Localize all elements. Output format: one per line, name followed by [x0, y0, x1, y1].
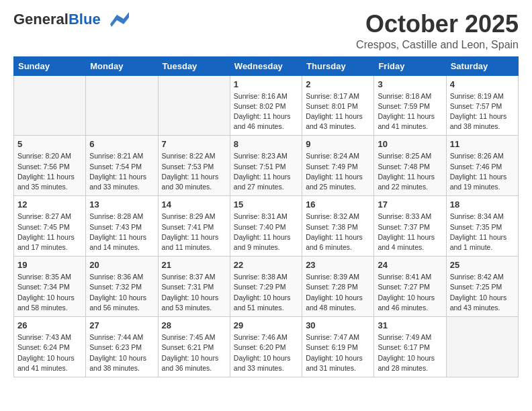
day-info: Sunrise: 8:33 AM Sunset: 7:37 PM Dayligh… — [378, 212, 442, 253]
calendar-cell: 14Sunrise: 8:29 AM Sunset: 7:41 PM Dayli… — [158, 196, 230, 257]
day-info: Sunrise: 8:18 AM Sunset: 7:59 PM Dayligh… — [378, 91, 442, 132]
calendar-cell: 12Sunrise: 8:27 AM Sunset: 7:45 PM Dayli… — [14, 196, 86, 257]
day-number: 19 — [17, 260, 82, 270]
day-number: 1 — [234, 79, 298, 89]
day-header-tuesday: Tuesday — [158, 56, 230, 75]
day-info: Sunrise: 8:24 AM Sunset: 7:49 PM Dayligh… — [306, 151, 370, 192]
calendar-table: SundayMondayTuesdayWednesdayThursdayFrid… — [13, 56, 519, 377]
logo-icon — [103, 12, 129, 27]
day-header-wednesday: Wednesday — [230, 56, 302, 75]
day-info: Sunrise: 8:38 AM Sunset: 7:29 PM Dayligh… — [234, 272, 298, 313]
calendar-cell: 17Sunrise: 8:33 AM Sunset: 7:37 PM Dayli… — [374, 196, 446, 257]
calendar-cell: 7Sunrise: 8:22 AM Sunset: 7:53 PM Daylig… — [158, 136, 230, 196]
day-info: Sunrise: 8:16 AM Sunset: 8:02 PM Dayligh… — [234, 91, 298, 132]
day-header-friday: Friday — [374, 56, 446, 75]
day-number: 10 — [378, 139, 442, 149]
day-info: Sunrise: 8:31 AM Sunset: 7:40 PM Dayligh… — [234, 212, 298, 253]
day-number: 27 — [89, 320, 154, 330]
day-info: Sunrise: 7:46 AM Sunset: 6:20 PM Dayligh… — [234, 332, 298, 373]
day-number: 15 — [234, 199, 298, 210]
day-info: Sunrise: 8:28 AM Sunset: 7:43 PM Dayligh… — [89, 212, 154, 253]
calendar-cell: 22Sunrise: 8:38 AM Sunset: 7:29 PM Dayli… — [230, 257, 302, 317]
day-number: 21 — [162, 260, 226, 270]
calendar-cell: 9Sunrise: 8:24 AM Sunset: 7:49 PM Daylig… — [302, 136, 374, 196]
calendar-cell: 20Sunrise: 8:36 AM Sunset: 7:32 PM Dayli… — [86, 257, 158, 317]
calendar-cell — [14, 75, 86, 136]
day-info: Sunrise: 8:25 AM Sunset: 7:48 PM Dayligh… — [378, 151, 442, 192]
day-info: Sunrise: 7:43 AM Sunset: 6:24 PM Dayligh… — [17, 332, 82, 373]
month-title: October 2025 — [356, 11, 519, 38]
day-info: Sunrise: 8:36 AM Sunset: 7:32 PM Dayligh… — [89, 272, 154, 313]
calendar-cell: 16Sunrise: 8:32 AM Sunset: 7:38 PM Dayli… — [302, 196, 374, 257]
calendar-cell: 19Sunrise: 8:35 AM Sunset: 7:34 PM Dayli… — [14, 257, 86, 317]
day-number: 2 — [306, 79, 370, 89]
day-info: Sunrise: 8:42 AM Sunset: 7:25 PM Dayligh… — [450, 272, 515, 313]
calendar-cell: 11Sunrise: 8:26 AM Sunset: 7:46 PM Dayli… — [446, 136, 518, 196]
logo: GeneralBlue — [13, 11, 129, 28]
day-number: 24 — [378, 260, 442, 270]
day-info: Sunrise: 8:41 AM Sunset: 7:27 PM Dayligh… — [378, 272, 442, 313]
calendar-cell: 21Sunrise: 8:37 AM Sunset: 7:31 PM Dayli… — [158, 257, 230, 317]
calendar-cell: 29Sunrise: 7:46 AM Sunset: 6:20 PM Dayli… — [230, 317, 302, 377]
day-info: Sunrise: 7:44 AM Sunset: 6:23 PM Dayligh… — [89, 332, 154, 373]
calendar-cell: 25Sunrise: 8:42 AM Sunset: 7:25 PM Dayli… — [446, 257, 518, 317]
day-info: Sunrise: 8:35 AM Sunset: 7:34 PM Dayligh… — [17, 272, 82, 313]
day-info: Sunrise: 7:47 AM Sunset: 6:19 PM Dayligh… — [306, 332, 370, 373]
calendar-cell — [158, 75, 230, 136]
day-info: Sunrise: 8:22 AM Sunset: 7:53 PM Dayligh… — [162, 151, 226, 192]
day-number: 5 — [17, 139, 82, 149]
calendar-cell: 28Sunrise: 7:45 AM Sunset: 6:21 PM Dayli… — [158, 317, 230, 377]
day-info: Sunrise: 7:49 AM Sunset: 6:17 PM Dayligh… — [378, 332, 442, 373]
calendar-cell: 30Sunrise: 7:47 AM Sunset: 6:19 PM Dayli… — [302, 317, 374, 377]
calendar-cell: 26Sunrise: 7:43 AM Sunset: 6:24 PM Dayli… — [14, 317, 86, 377]
day-info: Sunrise: 8:27 AM Sunset: 7:45 PM Dayligh… — [17, 212, 82, 253]
day-number: 25 — [450, 260, 515, 270]
day-number: 12 — [17, 199, 82, 210]
day-number: 29 — [234, 320, 298, 330]
day-info: Sunrise: 7:45 AM Sunset: 6:21 PM Dayligh… — [162, 332, 226, 373]
day-number: 6 — [89, 139, 154, 149]
day-number: 20 — [89, 260, 154, 270]
logo-blue: Blue — [69, 11, 101, 28]
calendar-cell: 5Sunrise: 8:20 AM Sunset: 7:56 PM Daylig… — [14, 136, 86, 196]
day-info: Sunrise: 8:21 AM Sunset: 7:54 PM Dayligh… — [89, 151, 154, 192]
day-info: Sunrise: 8:32 AM Sunset: 7:38 PM Dayligh… — [306, 212, 370, 253]
calendar-cell: 18Sunrise: 8:34 AM Sunset: 7:35 PM Dayli… — [446, 196, 518, 257]
location-title: Crespos, Castille and Leon, Spain — [356, 39, 519, 51]
calendar-cell: 10Sunrise: 8:25 AM Sunset: 7:48 PM Dayli… — [374, 136, 446, 196]
day-number: 26 — [17, 320, 82, 330]
day-number: 23 — [306, 260, 370, 270]
day-number: 8 — [234, 139, 298, 149]
day-number: 4 — [450, 79, 515, 89]
calendar-cell — [446, 317, 518, 377]
day-number: 13 — [89, 199, 154, 210]
calendar-cell: 23Sunrise: 8:39 AM Sunset: 7:28 PM Dayli… — [302, 257, 374, 317]
day-number: 11 — [450, 139, 515, 149]
day-info: Sunrise: 8:39 AM Sunset: 7:28 PM Dayligh… — [306, 272, 370, 313]
day-number: 9 — [306, 139, 370, 149]
day-number: 14 — [162, 199, 226, 210]
calendar-cell: 8Sunrise: 8:23 AM Sunset: 7:51 PM Daylig… — [230, 136, 302, 196]
title-area: October 2025 Crespos, Castille and Leon,… — [356, 11, 519, 51]
day-number: 28 — [162, 320, 226, 330]
day-info: Sunrise: 8:23 AM Sunset: 7:51 PM Dayligh… — [234, 151, 298, 192]
calendar-cell: 13Sunrise: 8:28 AM Sunset: 7:43 PM Dayli… — [86, 196, 158, 257]
day-info: Sunrise: 8:20 AM Sunset: 7:56 PM Dayligh… — [17, 151, 82, 192]
calendar-cell: 3Sunrise: 8:18 AM Sunset: 7:59 PM Daylig… — [374, 75, 446, 136]
calendar-cell: 4Sunrise: 8:19 AM Sunset: 7:57 PM Daylig… — [446, 75, 518, 136]
calendar-cell: 2Sunrise: 8:17 AM Sunset: 8:01 PM Daylig… — [302, 75, 374, 136]
day-info: Sunrise: 8:26 AM Sunset: 7:46 PM Dayligh… — [450, 151, 515, 192]
day-info: Sunrise: 8:29 AM Sunset: 7:41 PM Dayligh… — [162, 212, 226, 253]
day-header-monday: Monday — [86, 56, 158, 75]
day-number: 22 — [234, 260, 298, 270]
day-info: Sunrise: 8:34 AM Sunset: 7:35 PM Dayligh… — [450, 212, 515, 253]
day-number: 31 — [378, 320, 442, 330]
calendar-cell: 31Sunrise: 7:49 AM Sunset: 6:17 PM Dayli… — [374, 317, 446, 377]
calendar-cell: 27Sunrise: 7:44 AM Sunset: 6:23 PM Dayli… — [86, 317, 158, 377]
day-info: Sunrise: 8:19 AM Sunset: 7:57 PM Dayligh… — [450, 91, 515, 132]
day-number: 30 — [306, 320, 370, 330]
day-number: 3 — [378, 79, 442, 89]
calendar-cell: 6Sunrise: 8:21 AM Sunset: 7:54 PM Daylig… — [86, 136, 158, 196]
calendar-cell: 24Sunrise: 8:41 AM Sunset: 7:27 PM Dayli… — [374, 257, 446, 317]
calendar-cell: 1Sunrise: 8:16 AM Sunset: 8:02 PM Daylig… — [230, 75, 302, 136]
